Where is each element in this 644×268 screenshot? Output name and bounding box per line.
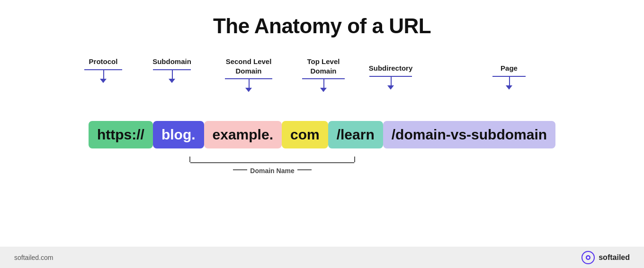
second-level-label: Second Level Domain (226, 57, 272, 75)
domain-name-brace: Domain Name (189, 157, 355, 175)
segment-learn: /learn (328, 121, 383, 148)
softailed-logo-icon (581, 251, 595, 264)
label-page: Page (492, 64, 526, 90)
top-level-label: Top Level Domain (307, 57, 340, 75)
footer-brand: softailed (581, 251, 630, 264)
main-container: The Anatomy of a URL Protocol Subdomain … (0, 0, 644, 247)
diagram-wrapper: Protocol Subdomain Second Level Domain (62, 57, 582, 209)
page-label: Page (501, 64, 518, 73)
segment-example: example. (204, 121, 282, 148)
domain-name-label: Domain Name (250, 167, 294, 175)
top-level-arrow (320, 88, 327, 92)
second-level-arrow (245, 88, 252, 92)
svg-point-2 (587, 256, 590, 259)
segment-com: com (282, 121, 328, 148)
page-title: The Anatomy of a URL (213, 14, 431, 38)
label-subdomain: Subdomain (153, 57, 191, 83)
label-subdirectory: Subdirectory (369, 64, 412, 90)
label-second-level: Second Level Domain (225, 57, 272, 92)
footer: softailed.com softailed (0, 247, 644, 268)
subdirectory-arrow (387, 85, 394, 90)
page-arrow (506, 85, 512, 90)
label-protocol: Protocol (84, 57, 122, 83)
subdomain-arrow (169, 79, 175, 83)
protocol-label: Protocol (89, 57, 118, 66)
url-row: https:// blog. example. com /learn /doma… (62, 121, 582, 148)
footer-brand-text: softailed (599, 253, 630, 262)
segment-https: https:// (89, 121, 153, 148)
subdirectory-label: Subdirectory (369, 64, 413, 73)
subdomain-label: Subdomain (152, 57, 191, 66)
label-top-level: Top Level Domain (302, 57, 345, 92)
footer-left-text: softailed.com (14, 254, 53, 261)
protocol-arrow (100, 79, 107, 83)
segment-blog: blog. (153, 121, 204, 148)
segment-domain-vs-subdomain: /domain-vs-subdomain (383, 121, 555, 148)
